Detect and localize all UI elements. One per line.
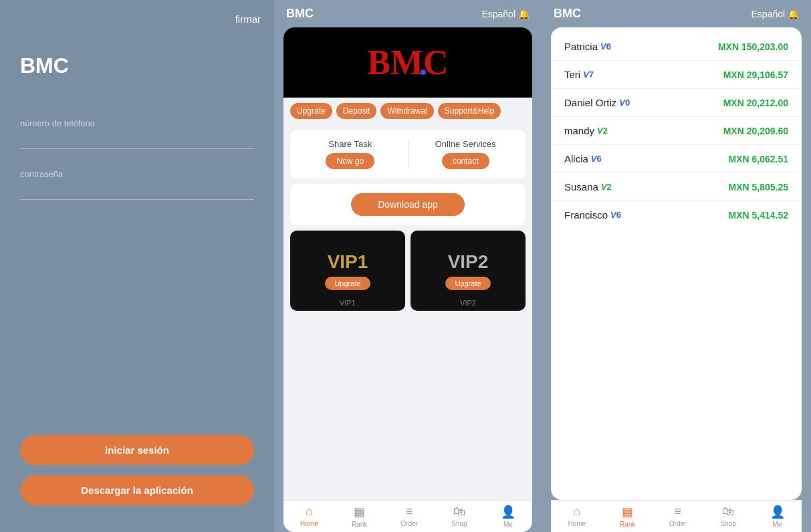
nav-home-label: Home <box>300 520 318 527</box>
rank-name: mandy V2 <box>564 125 608 136</box>
phone-screen: BMC Upgrate Deposit Withdrawal Support&H… <box>283 27 532 532</box>
download-card: Download app <box>290 184 526 225</box>
rank-row: Patricia V6MXN 150,203.00 <box>551 33 802 61</box>
rank-name: Teri V7 <box>564 69 594 80</box>
online-services-section: Online Services contact <box>415 139 517 169</box>
vip2-label: VIP2 <box>460 299 476 307</box>
rank-lang-text: Español <box>751 9 786 19</box>
rank-badge: V2 <box>601 182 612 192</box>
upgrate-btn[interactable]: Upgrate <box>290 103 332 119</box>
rank-amount: MXN 5,414.52 <box>729 210 789 221</box>
vip1-text: VIP1 <box>328 251 368 273</box>
nav-home[interactable]: ⌂ Home <box>300 505 318 528</box>
login-panel: firmar BMC número de teléfono contraseña… <box>0 0 274 532</box>
now-go-btn[interactable]: Now go <box>326 153 374 169</box>
rank-nav-me[interactable]: 👤 Me <box>770 505 785 528</box>
vip1-card: VIP1 Upgrate VIP1 <box>290 231 405 311</box>
app-header: BMC Español 🔔 <box>274 0 542 27</box>
home-icon: ⌂ <box>306 505 313 519</box>
rank-name: Francisco V6 <box>564 209 621 221</box>
app-panel: BMC Español 🔔 BMC Upgrate Deposit Withdr… <box>274 0 542 532</box>
banner-logo: BMC <box>367 43 448 82</box>
rank-nav-rank-label: Rank <box>620 521 635 528</box>
rank-amount: MXN 20,212.00 <box>723 98 788 108</box>
rank-badge: V7 <box>583 70 594 80</box>
vip1-upgrate-btn[interactable]: Upgrate <box>325 277 370 290</box>
login-button[interactable]: iniciar sesión <box>20 435 254 465</box>
password-label: contraseña <box>20 169 254 179</box>
rank-nav-shop-label: Shop <box>720 520 735 527</box>
rank-row: Alicia V6MXN 6,062.51 <box>551 145 802 173</box>
download-app-btn[interactable]: Download app <box>351 193 465 216</box>
rank-row: Daniel Ortiz V0MXN 20,212.00 <box>551 89 802 117</box>
vip2-upgrate-btn[interactable]: Upgrate <box>445 277 490 290</box>
rank-rank-icon: ▦ <box>622 505 633 519</box>
me-icon: 👤 <box>501 505 515 519</box>
rank-panel: BMC Español 🔔 Patricia V6MXN 150,203.00T… <box>542 0 811 532</box>
rank-nav-home-label: Home <box>568 520 586 527</box>
nav-order-label: Order <box>401 520 419 527</box>
rank-name: Alicia V6 <box>564 153 602 164</box>
rank-nav-me-label: Me <box>773 521 782 528</box>
login-title: BMC <box>20 53 254 78</box>
password-input[interactable] <box>20 183 254 200</box>
deposit-btn[interactable]: Deposit <box>336 103 377 119</box>
rank-amount: MXN 5,805.25 <box>729 182 789 192</box>
rank-nav-shop[interactable]: 🛍 Shop <box>720 505 735 528</box>
rank-nav-order[interactable]: ≡ Order <box>669 505 687 528</box>
nav-order[interactable]: ≡ Order <box>401 505 419 528</box>
phone-nav-buttons: Upgrate Deposit Withdrawal Support&Help <box>283 98 532 124</box>
phone-label: número de teléfono <box>20 118 254 128</box>
app-lang-btn[interactable]: Español 🔔 <box>481 9 530 19</box>
download-app-button[interactable]: Descargar la aplicación <box>20 475 254 505</box>
password-group: contraseña <box>20 169 254 200</box>
rank-nav-order-label: Order <box>669 520 687 527</box>
rank-title: BMC <box>554 7 581 21</box>
rank-badge: V6 <box>600 41 611 51</box>
rank-badge: V2 <box>597 126 608 136</box>
firmar-link[interactable]: firmar <box>235 13 261 25</box>
nav-rank-label: Rank <box>352 521 367 528</box>
share-task-label: Share Task <box>328 139 372 149</box>
vip-cards: VIP1 Upgrate VIP1 VIP2 Upgrate VIP2 <box>290 231 526 311</box>
online-services-label: Online Services <box>435 139 496 149</box>
rank-row: Teri V7MXN 29,106.57 <box>551 61 802 89</box>
order-icon: ≡ <box>406 505 413 519</box>
rank-bell-icon: 🔔 <box>788 9 799 19</box>
nav-shop[interactable]: 🛍 Shop <box>451 505 467 528</box>
rank-amount: MXN 150,203.00 <box>718 41 788 52</box>
rank-home-icon: ⌂ <box>573 505 580 519</box>
nav-me[interactable]: 👤 Me <box>501 505 515 528</box>
vip1-label: VIP1 <box>340 299 356 307</box>
app-bottom-nav: ⌂ Home ▦ Rank ≡ Order 🛍 Shop 👤 Me <box>283 500 532 532</box>
rank-shop-icon: 🛍 <box>722 505 734 519</box>
services-card: Share Task Now go Online Services contac… <box>290 130 526 178</box>
nav-rank[interactable]: ▦ Rank <box>352 505 367 528</box>
rank-name: Patricia V6 <box>564 41 611 52</box>
rank-name: Daniel Ortiz V0 <box>564 97 630 108</box>
rank-bottom-nav: ⌂ Home ▦ Rank ≡ Order 🛍 Shop 👤 Me <box>551 500 802 532</box>
rank-row: Francisco V6MXN 5,414.52 <box>551 201 802 229</box>
rank-amount: MXN 6,062.51 <box>729 154 789 164</box>
rank-nav-rank[interactable]: ▦ Rank <box>620 505 635 528</box>
withdrawal-btn[interactable]: Withdrawal <box>380 103 433 119</box>
rank-header: BMC Español 🔔 <box>542 0 811 27</box>
rank-name: Susana V2 <box>564 181 612 192</box>
phone-content: Share Task Now go Online Services contac… <box>283 124 532 500</box>
rank-badge: V6 <box>591 154 602 164</box>
vip2-card: VIP2 Upgrate VIP2 <box>411 231 526 311</box>
contact-btn[interactable]: contact <box>442 153 489 169</box>
banner-wrap: BMC <box>367 43 448 82</box>
rank-row: Susana V2MXN 5,805.25 <box>551 173 802 201</box>
rank-row: mandy V2MXN 20,209.60 <box>551 117 802 145</box>
phone-input[interactable] <box>20 132 254 149</box>
rank-badge: V6 <box>610 210 621 220</box>
rank-nav-home[interactable]: ⌂ Home <box>568 505 586 528</box>
rank-screen: Patricia V6MXN 150,203.00Teri V7MXN 29,1… <box>551 27 802 500</box>
support-btn[interactable]: Support&Help <box>438 103 501 119</box>
app-title: BMC <box>286 7 314 21</box>
lang-text: Español <box>481 9 515 19</box>
shop-icon: 🛍 <box>453 505 465 519</box>
rank-lang-btn[interactable]: Español 🔔 <box>751 9 799 19</box>
share-task-section: Share Task Now go <box>300 139 401 169</box>
